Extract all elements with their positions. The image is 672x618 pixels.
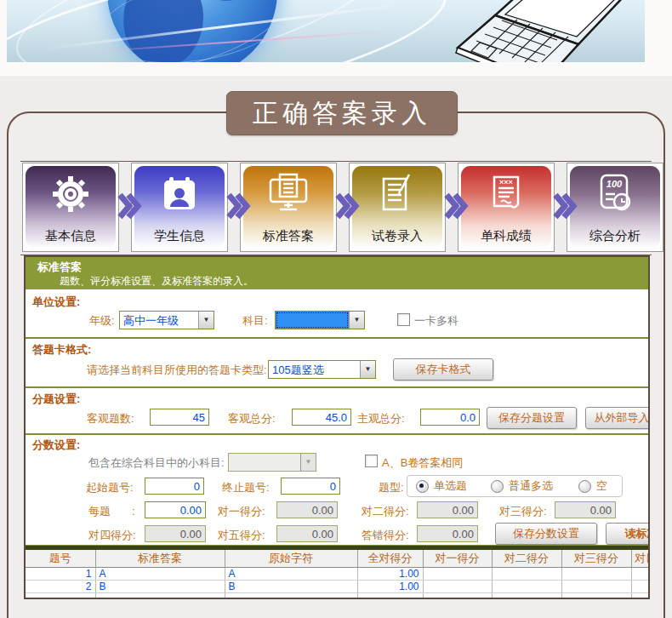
subject-select[interactable]: ▼	[275, 311, 365, 329]
end-number-input[interactable]	[281, 478, 340, 495]
nav-step-label: 标准答案	[243, 228, 333, 244]
cell-score-three[interactable]	[561, 581, 631, 593]
objective-count-label: 客观题数:	[87, 411, 134, 426]
subsubject-select: ▼	[228, 453, 316, 472]
unit-settings-header: 单位设置:	[32, 295, 80, 310]
chevron-down-icon: ▼	[300, 454, 316, 471]
nav-step-standard-answers[interactable]: 标准答案	[240, 163, 337, 252]
col-header: 全对得分	[357, 550, 423, 568]
multi-card-checkbox[interactable]	[397, 313, 410, 326]
banner-title: 标准答案	[37, 260, 82, 275]
nav-step-basic-info[interactable]: 基本信息	[22, 163, 119, 252]
col-header: 对二得分	[492, 550, 561, 568]
table-row: 2 B B 1.00	[26, 581, 650, 593]
cell-raw-chars[interactable]: B	[225, 581, 357, 593]
svg-text:×××: ×××	[499, 178, 513, 186]
subsubject-select-value	[229, 454, 300, 471]
cell-score-one[interactable]	[423, 581, 492, 593]
cell-score-two[interactable]	[492, 581, 561, 593]
nav-step-paper-entry[interactable]: 试卷录入	[349, 163, 446, 252]
grade-label: 年级:	[89, 313, 115, 329]
cell-standard-answer[interactable]: B	[95, 581, 225, 593]
grade-select[interactable]: 高中一年级 ▼	[119, 311, 214, 329]
split-settings-header: 分题设置:	[32, 392, 80, 407]
cell-score-four[interactable]	[631, 568, 650, 581]
chevron-down-icon[interactable]: ▼	[349, 312, 364, 329]
report-clock-icon: 100	[593, 172, 637, 216]
save-split-button[interactable]: 保存分题设置	[487, 407, 577, 429]
qtype-radio-multi[interactable]: 普通多选	[491, 478, 553, 494]
cell-score-four[interactable]	[631, 581, 650, 593]
save-score-button[interactable]: 保存分数设置	[495, 523, 597, 545]
score-two-label: 对二得分:	[362, 504, 409, 519]
col-header: 对一得分	[423, 550, 492, 568]
chevron-right-icon	[334, 192, 360, 220]
nav-step-subject-scores[interactable]: ××× 单科成绩	[458, 163, 555, 252]
card-type-label: 请选择当前科目所使用的答题卡类型:	[87, 363, 267, 378]
col-header: 标准答案	[95, 550, 225, 568]
card-type-select[interactable]: 105题竖选 ▼	[268, 360, 376, 379]
svg-text:100: 100	[607, 179, 623, 189]
end-number-label: 终止题号:	[222, 480, 270, 495]
calendar-person-icon	[157, 172, 202, 216]
score-one-label: 对一得分:	[218, 504, 265, 519]
col-header: 对三得分	[561, 550, 631, 568]
cell-standard-answer[interactable]: A	[95, 568, 225, 581]
nav-step-comprehensive-analysis[interactable]: 100 综合分析	[567, 163, 663, 252]
cell-score-two[interactable]	[492, 568, 561, 581]
grade-select-value: 高中一年级	[120, 312, 198, 329]
nav-step-student-info[interactable]: 学生信息	[131, 163, 228, 252]
read-standard-button[interactable]: 读标准答案	[606, 523, 650, 545]
score-three-input	[555, 501, 616, 518]
card-format-header: 答题卡格式:	[32, 342, 91, 358]
laptop-graphic	[442, 0, 629, 62]
cell-question-number[interactable]: 2	[26, 581, 95, 593]
radio-icon	[578, 480, 591, 493]
table-header-row: 题号 标准答案 原始字符 全对得分 对一得分 对二得分 对三得分 对四得分	[26, 550, 650, 568]
subjective-total-input[interactable]	[420, 409, 480, 426]
per-question-input[interactable]	[145, 501, 206, 518]
gear-icon	[48, 172, 93, 216]
section-divider	[26, 386, 648, 388]
table-row-empty	[26, 593, 650, 600]
chevron-right-icon	[443, 192, 469, 220]
table-row: 1 A A 1.00	[26, 568, 650, 581]
cell-full-score[interactable]: 1.00	[357, 581, 423, 593]
qtype-radio-empty[interactable]: 空	[578, 478, 607, 494]
score-one-input	[276, 501, 338, 518]
save-card-format-button[interactable]: 保存卡格式	[393, 358, 493, 381]
chevron-right-icon	[117, 192, 142, 220]
cell-raw-chars[interactable]: A	[225, 568, 357, 581]
multi-card-label: 一卡多科	[414, 313, 458, 329]
chevron-down-icon[interactable]: ▼	[198, 312, 214, 329]
nav-step-label: 基本信息	[26, 228, 116, 244]
card-type-select-value: 105题竖选	[269, 361, 360, 378]
ab-same-label: A、B卷答案相同	[382, 455, 463, 471]
chevron-down-icon[interactable]: ▼	[360, 361, 375, 378]
chevron-right-icon	[552, 192, 578, 220]
wrong-score-label: 答错得分:	[362, 528, 409, 543]
objective-total-input[interactable]	[292, 409, 351, 426]
radio-icon	[491, 480, 504, 493]
col-header: 题号	[26, 550, 95, 568]
cell-score-one[interactable]	[423, 568, 492, 581]
subject-label: 科目:	[242, 313, 268, 329]
radio-selected-icon	[416, 480, 429, 493]
import-external-button[interactable]: 从外部导入格式	[585, 407, 650, 429]
monitor-document-icon	[266, 172, 310, 216]
chevron-right-icon	[225, 192, 251, 220]
ab-same-checkbox[interactable]	[365, 455, 378, 467]
page-title: 正确答案录入	[226, 91, 458, 135]
qtype-radio-single[interactable]: 单选题	[416, 478, 467, 494]
banner-description: 题数、评分标准设置、及标准答案的录入。	[60, 274, 253, 289]
nav-step-label: 单科成绩	[461, 228, 551, 244]
cell-question-number[interactable]: 1	[26, 568, 95, 581]
nav-steps: 基本信息 学生信息	[20, 161, 652, 255]
objective-count-input[interactable]	[150, 409, 209, 426]
col-header: 对四得分	[631, 550, 650, 568]
start-number-input[interactable]	[145, 478, 204, 495]
cell-score-three[interactable]	[561, 568, 631, 581]
subject-select-value	[276, 312, 349, 329]
cell-full-score[interactable]: 1.00	[357, 568, 423, 581]
score-five-label: 对五得分:	[218, 528, 265, 543]
